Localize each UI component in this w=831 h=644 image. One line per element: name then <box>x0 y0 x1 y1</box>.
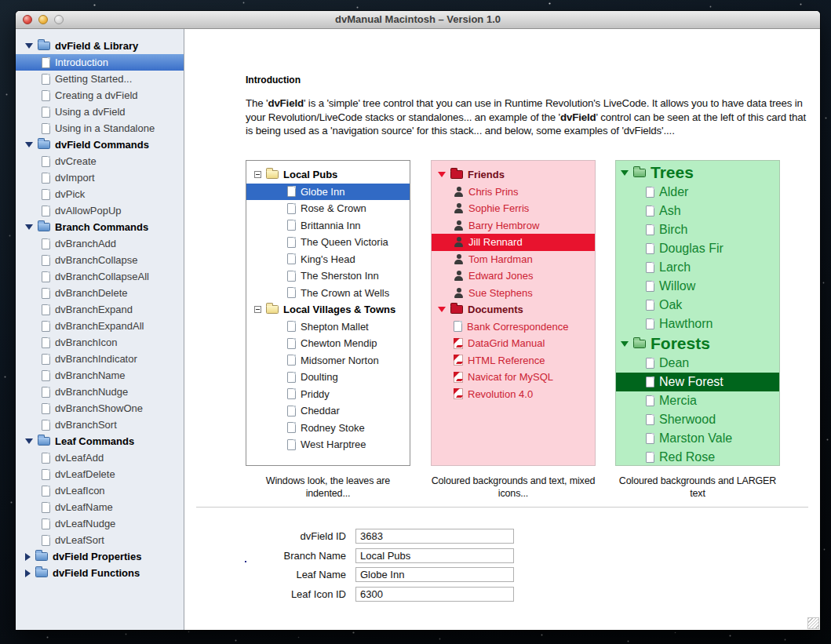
collapse-indicator[interactable] <box>254 171 261 178</box>
tree-row-friends[interactable]: Friends <box>432 166 595 184</box>
tree-row-datagrid-manual[interactable]: DataGrid Manual <box>432 335 595 352</box>
tree-row-sophie-ferris[interactable]: Sophie Ferris <box>432 200 595 217</box>
sidebar-item-dvallowpopup[interactable]: dvAllowPopUp <box>16 202 184 219</box>
tree-row-west-harptree[interactable]: West Harptree <box>246 436 410 453</box>
sidebar-item-dvfield-properties[interactable]: dvField Properties <box>16 548 184 565</box>
sidebar-item-dvbranchadd[interactable]: dvBranchAdd <box>16 235 184 252</box>
disclosure-triangle[interactable] <box>621 341 629 347</box>
sidebar-item-dvfield-functions[interactable]: dvField Functions <box>16 565 184 581</box>
sidebar-item-dvbranchexpand[interactable]: dvBranchExpand <box>16 301 184 318</box>
tree-row-midsomer-norton[interactable]: Midsomer Norton <box>246 352 410 369</box>
tree-row-doulting[interactable]: Doulting <box>246 369 410 386</box>
item-label: dvField Properties <box>53 551 141 562</box>
tree-row-birch[interactable]: Birch <box>616 220 779 239</box>
tree-row-forests[interactable]: Forests <box>616 333 779 354</box>
sidebar-item-dvleafnudge[interactable]: dvLeafNudge <box>16 515 184 532</box>
leaf-name-input[interactable] <box>355 567 514 582</box>
disclosure-triangle[interactable] <box>438 172 446 177</box>
disclosure-triangle[interactable] <box>621 170 629 176</box>
sidebar-item-leaf-commands[interactable]: Leaf Commands <box>16 433 184 449</box>
tree-row-rodney-stoke[interactable]: Rodney Stoke <box>246 420 410 437</box>
tree-row-alder[interactable]: Alder <box>616 183 779 202</box>
tree-row-sue-stephens[interactable]: Sue Stephens <box>432 285 595 302</box>
sidebar-item-dvbranchcollapse[interactable]: dvBranchCollapse <box>16 252 184 268</box>
tree-row-ash[interactable]: Ash <box>616 202 779 220</box>
tree-row-marston-vale[interactable]: Marston Vale <box>616 429 779 448</box>
tree-row-revolution-4-0[interactable]: Revolution 4.0 <box>432 386 595 403</box>
sidebar-item-branch-commands[interactable]: Branch Commands <box>16 219 184 235</box>
disclosure-triangle[interactable] <box>438 307 446 312</box>
tree-row-sherwood[interactable]: Sherwood <box>616 410 779 429</box>
leaf-icon-id-input[interactable] <box>355 587 514 602</box>
sidebar-item-dvbranchexpandall[interactable]: dvBranchExpandAll <box>16 318 184 334</box>
tree-row-red-rose[interactable]: Red Rose <box>616 448 779 466</box>
tree-row-priddy[interactable]: Priddy <box>246 386 410 403</box>
tree-row-larch[interactable]: Larch <box>616 258 779 277</box>
titlebar[interactable]: dvManual Macintosh – Version 1.0 <box>16 11 820 29</box>
branch-name-input[interactable] <box>355 548 514 563</box>
tree-row-local-villages-towns[interactable]: Local Villages & Towns <box>246 301 410 318</box>
tree-row-local-pubs[interactable]: Local Pubs <box>246 166 410 184</box>
sidebar-item-dvbranchnudge[interactable]: dvBranchNudge <box>16 384 184 400</box>
disclosure-triangle[interactable] <box>25 438 33 444</box>
tree-row-hawthorn[interactable]: Hawthorn <box>616 315 779 333</box>
tree-row-edward-jones[interactable]: Edward Jones <box>432 267 595 285</box>
disclosure-triangle[interactable] <box>25 553 31 561</box>
tree-row-trees[interactable]: Trees <box>616 162 779 183</box>
tree-row-king-s-head[interactable]: King's Head <box>246 251 410 268</box>
tree-row-shepton-mallet[interactable]: Shepton Mallet <box>246 318 410 336</box>
tree-row-barry-hembrow[interactable]: Barry Hembrow <box>432 217 595 235</box>
disclosure-triangle[interactable] <box>25 43 33 49</box>
sidebar-item-dvbranchsort[interactable]: dvBranchSort <box>16 417 184 433</box>
tree-row-mercia[interactable]: Mercia <box>616 391 779 410</box>
sidebar-item-using-in-a-standalone[interactable]: Using in a Standalone <box>16 120 184 136</box>
dvfield-id-input[interactable] <box>355 529 514 544</box>
sidebar-item-dvleafname[interactable]: dvLeafName <box>16 499 184 515</box>
tree-row-tom-hardman[interactable]: Tom Hardman <box>432 251 595 268</box>
sidebar-item-dvleafadd[interactable]: dvLeafAdd <box>16 449 184 466</box>
disclosure-triangle[interactable] <box>25 569 31 577</box>
sidebar-item-dvimport[interactable]: dvImport <box>16 169 184 186</box>
tree-row-bank-correspondence[interactable]: Bank Correspondence <box>432 318 595 336</box>
tree-row-chris-prins[interactable]: Chris Prins <box>432 184 595 201</box>
item-label: Marston Vale <box>659 431 732 446</box>
sidebar-item-dvfield-commands[interactable]: dvField Commands <box>16 136 184 153</box>
tree-row-navicat-for-mysql[interactable]: Navicat for MySQL <box>432 369 595 386</box>
sidebar-item-dvfield-library[interactable]: dvField & Library <box>16 38 184 54</box>
tree-row-douglas-fir[interactable]: Douglas Fir <box>616 239 779 258</box>
sidebar-item-dvcreate[interactable]: dvCreate <box>16 153 184 169</box>
tree-row-rose-crown[interactable]: Rose & Crown <box>246 200 410 217</box>
sidebar-item-dvbranchcollapseall[interactable]: dvBranchCollapseAll <box>16 268 184 285</box>
tree-row-oak[interactable]: Oak <box>616 296 779 315</box>
tree-row-documents[interactable]: Documents <box>432 301 595 318</box>
tree-row-html-reference[interactable]: HTML Reference <box>432 352 595 369</box>
sidebar-item-using-a-dvfield[interactable]: Using a dvField <box>16 104 184 120</box>
tree-row-chewton-mendip[interactable]: Chewton Mendip <box>246 335 410 352</box>
tree-row-dean[interactable]: Dean <box>616 354 779 373</box>
tree-row-brittannia-inn[interactable]: Brittannia Inn <box>246 217 410 235</box>
sidebar-item-dvpick[interactable]: dvPick <box>16 186 184 202</box>
tree-row-jill-rennard[interactable]: Jill Rennard <box>432 234 595 251</box>
sidebar-item-dvbranchicon[interactable]: dvBranchIcon <box>16 334 184 351</box>
sidebar-item-introduction[interactable]: Introduction <box>16 54 184 71</box>
tree-row-willow[interactable]: Willow <box>616 277 779 296</box>
sidebar-item-dvbranchname[interactable]: dvBranchName <box>16 367 184 384</box>
tree-row-the-sherston-inn[interactable]: The Sherston Inn <box>246 267 410 285</box>
sidebar-item-dvbranchindicator[interactable]: dvBranchIndicator <box>16 351 184 367</box>
tree-row-the-crown-at-wells[interactable]: The Crown at Wells <box>246 285 410 302</box>
sidebar-item-dvbranchshowone[interactable]: dvBranchShowOne <box>16 400 184 417</box>
sidebar-item-creating-a-dvfield[interactable]: Creating a dvField <box>16 87 184 104</box>
resize-grip[interactable] <box>807 617 819 629</box>
tree-row-cheddar[interactable]: Cheddar <box>246 402 410 420</box>
tree-row-new-forest[interactable]: New Forest <box>616 373 779 391</box>
disclosure-triangle[interactable] <box>25 224 33 230</box>
tree-row-the-queen-victoria[interactable]: The Queen Victoria <box>246 234 410 251</box>
sidebar-item-dvleaficon[interactable]: dvLeafIcon <box>16 482 184 499</box>
disclosure-triangle[interactable] <box>25 142 33 147</box>
sidebar-item-dvleafdelete[interactable]: dvLeafDelete <box>16 466 184 482</box>
sidebar-item-dvbranchdelete[interactable]: dvBranchDelete <box>16 285 184 301</box>
tree-row-globe-inn[interactable]: Globe Inn <box>246 184 410 201</box>
collapse-indicator[interactable] <box>254 306 261 313</box>
sidebar-item-getting-started[interactable]: Getting Started... <box>16 71 184 87</box>
sidebar-item-dvleafsort[interactable]: dvLeafSort <box>16 532 184 548</box>
